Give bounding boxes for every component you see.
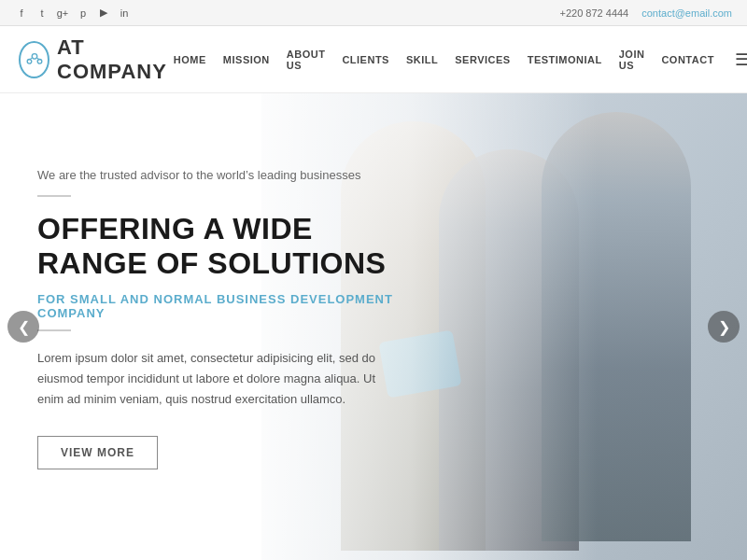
svg-point-1 (27, 59, 32, 63)
nav-contact[interactable]: CONTACT (661, 54, 713, 65)
facebook-icon[interactable]: f (15, 7, 28, 20)
hero-description: Lorem ipsum dolor sit amet, consectetur … (37, 348, 392, 410)
hero-section: We are the trusted advisor to the world’… (0, 93, 747, 560)
phone-number: +220 872 4444 (560, 7, 629, 19)
hero-tagline: We are the trusted advisor to the world’… (37, 168, 430, 182)
nav-join[interactable]: JOIN US (619, 49, 645, 71)
hero-sub-divider (37, 329, 71, 331)
carousel-prev-button[interactable]: ❮ (7, 311, 39, 343)
svg-point-0 (32, 53, 37, 59)
topbar: f t g+ p ▶ in +220 872 4444 contact@emai… (0, 0, 747, 26)
header: AT COMPANY HOME MISSION ABOUT US CLIENTS… (0, 26, 747, 93)
svg-line-4 (36, 58, 39, 60)
nav-clients[interactable]: CLIENTS (342, 54, 389, 65)
nav-home[interactable]: HOME (174, 54, 206, 65)
nav-services[interactable]: SERVICES (455, 54, 510, 65)
logo-icon (19, 41, 49, 78)
twitter-icon[interactable]: t (35, 7, 49, 20)
email-link[interactable]: contact@email.com (641, 7, 732, 19)
topbar-social: f t g+ p ▶ in (15, 7, 131, 20)
nav-testimonial[interactable]: TESTIMONIAL (528, 54, 602, 65)
topbar-contact: +220 872 4444 contact@email.com (560, 7, 732, 19)
linkedin-icon[interactable]: in (118, 7, 131, 20)
view-more-button[interactable]: VIEW MORE (37, 436, 158, 469)
googleplus-icon[interactable]: g+ (56, 7, 69, 20)
nav-about[interactable]: ABOUT US (287, 49, 326, 71)
carousel-next-button[interactable]: ❯ (708, 311, 740, 343)
svg-line-3 (29, 58, 32, 60)
nav: HOME MISSION ABOUT US CLIENTS SKILL SERV… (174, 49, 747, 71)
hero-title: OFFERING A WIDE RANGE OF SOLUTIONS (37, 212, 430, 281)
logo-text: AT COMPANY (57, 35, 174, 84)
nav-mission[interactable]: MISSION (223, 54, 270, 65)
nav-skill[interactable]: SKILL (406, 54, 438, 65)
hero-divider (37, 195, 71, 197)
hero-content: We are the trusted advisor to the world’… (37, 168, 430, 469)
svg-point-2 (37, 59, 42, 63)
logo[interactable]: AT COMPANY (19, 35, 174, 84)
pinterest-icon[interactable]: p (77, 7, 90, 20)
hamburger-icon[interactable]: ☰ (735, 49, 747, 70)
youtube-icon[interactable]: ▶ (97, 7, 110, 20)
hero-subtitle: FOR SMALL AND NORMAL BUSINESS DEVELOPMEN… (37, 292, 430, 320)
